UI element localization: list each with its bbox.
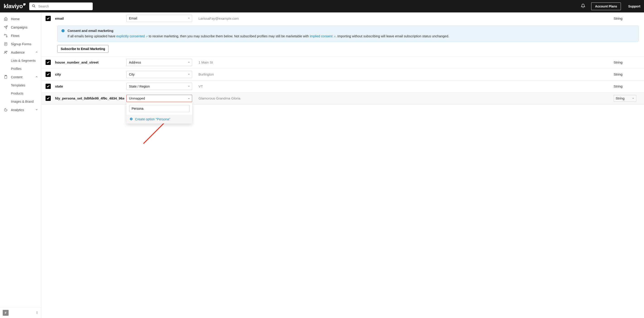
sidebar-item-templates[interactable]: Templates xyxy=(0,81,41,89)
select-value: String xyxy=(616,96,624,100)
field-mapping-select[interactable]: City xyxy=(126,71,192,78)
chevron-up-icon xyxy=(35,75,38,79)
row-checkbox[interactable] xyxy=(46,72,51,77)
search-input[interactable] xyxy=(29,2,93,10)
sidebar-item-audience[interactable]: Audience xyxy=(0,48,41,57)
column-header-name: fdy_persona_set_0d9fde99_4f9c_4834_96af_… xyxy=(55,96,124,100)
field-mapping-select[interactable]: Unmapped xyxy=(126,95,192,102)
info-box: Consent and email marketing If all email… xyxy=(57,25,638,42)
sidebar-item-images-brand[interactable]: Images & Brand xyxy=(0,98,41,106)
sidebar-item-signup-forms[interactable]: Signup Forms xyxy=(0,40,41,48)
form-icon xyxy=(4,42,8,46)
logo-text: klaviyo xyxy=(4,3,23,10)
svg-point-2 xyxy=(4,34,5,35)
svg-point-3 xyxy=(6,36,7,37)
pie-icon xyxy=(4,108,8,112)
sidebar-item-label: Home xyxy=(11,17,38,21)
sidebar-item-lists-segments[interactable]: Lists & Segments xyxy=(0,57,41,65)
svg-marker-17 xyxy=(188,74,190,75)
field-mapping-select[interactable]: State / Region xyxy=(126,83,192,90)
svg-marker-12 xyxy=(188,18,190,19)
data-type: String xyxy=(614,16,638,20)
info-text: If all emails being uploaded have xyxy=(68,34,116,38)
sample-value: Burlington xyxy=(194,72,611,76)
svg-rect-14 xyxy=(63,30,63,32)
mapping-row: email Email LarissaFay@example.com Strin… xyxy=(42,12,644,24)
svg-marker-16 xyxy=(188,62,190,63)
external-link-icon: ↗ xyxy=(334,35,336,38)
clipboard-icon xyxy=(4,75,8,79)
sidebar-item-label: Audience xyxy=(11,51,32,54)
sidebar-item-label: Analytics xyxy=(11,108,32,112)
sidebar-item-campaigns[interactable]: Campaigns xyxy=(0,23,41,31)
chevron-down-icon xyxy=(188,61,190,64)
column-header-name: state xyxy=(55,84,124,88)
sidebar-item-profiles[interactable]: Profiles xyxy=(0,65,41,73)
select-value: City xyxy=(129,73,134,76)
mapping-row: city City Burlington String xyxy=(42,69,644,81)
create-option-label: Create option "Persona" xyxy=(135,117,170,121)
sidebar-item-label: Flows xyxy=(11,34,38,37)
implied-consent-link[interactable]: implied consent ↗ xyxy=(310,34,336,38)
explicitly-consented-link[interactable]: explicitly consented ↗ xyxy=(116,34,148,38)
svg-marker-18 xyxy=(188,86,190,87)
consent-section: Consent and email marketing If all email… xyxy=(42,24,644,57)
sidebar-item-label: Campaigns xyxy=(11,25,38,29)
search-wrap xyxy=(29,2,93,10)
info-title: Consent and email marketing xyxy=(68,28,449,33)
sample-value: VT xyxy=(194,84,611,88)
column-header-name: email xyxy=(55,16,124,20)
sidebar-item-content[interactable]: Content xyxy=(0,73,41,81)
chevron-down-icon xyxy=(188,85,190,88)
chevron-down-icon xyxy=(632,96,634,100)
plus-circle-icon xyxy=(130,117,133,121)
mapping-row: state State / Region VT String xyxy=(42,81,644,93)
svg-marker-23 xyxy=(632,98,634,99)
select-value: Address xyxy=(129,61,141,64)
chevron-down-icon xyxy=(188,73,190,76)
sidebar-item-products[interactable]: Products xyxy=(0,89,41,98)
account-plans-button[interactable]: Account Plans xyxy=(591,2,621,10)
sidebar-item-home[interactable]: Home xyxy=(0,15,41,23)
chevron-down-icon xyxy=(35,108,38,112)
sidebar-account-switcher[interactable]: F xyxy=(0,307,41,318)
mapping-row: fdy_persona_set_0d9fde99_4f9c_4834_96af_… xyxy=(42,93,644,105)
dropdown-panel: Create option "Persona" xyxy=(126,102,192,124)
row-checkbox[interactable] xyxy=(46,84,51,89)
column-header-name: house_number_and_street xyxy=(55,60,124,64)
sample-value: LarissaFay@example.com xyxy=(194,16,611,20)
svg-marker-19 xyxy=(188,98,190,99)
select-value: State / Region xyxy=(129,85,150,88)
avatar: F xyxy=(3,310,8,316)
field-mapping-select[interactable]: Address xyxy=(126,59,192,66)
data-type: String xyxy=(614,60,638,64)
sort-icon xyxy=(35,311,38,315)
support-link[interactable]: Support xyxy=(624,3,640,10)
info-icon xyxy=(61,29,65,39)
field-mapping-select[interactable]: Email xyxy=(126,15,192,22)
data-type: String xyxy=(614,84,638,88)
data-type-select[interactable]: String xyxy=(614,95,636,102)
search-icon xyxy=(32,4,36,8)
notifications-icon[interactable] xyxy=(578,2,588,10)
sidebar-item-analytics[interactable]: Analytics xyxy=(0,106,41,114)
send-icon xyxy=(4,25,8,29)
row-checkbox[interactable] xyxy=(46,96,51,101)
sidebar-item-flows[interactable]: Flows xyxy=(0,31,41,40)
chevron-up-icon xyxy=(35,51,38,54)
create-option-item[interactable]: Create option "Persona" xyxy=(126,115,192,124)
chevron-up-icon xyxy=(188,97,190,100)
svg-point-15 xyxy=(63,30,63,30)
sample-value: Glamorous Grandma Gloria xyxy=(194,96,611,100)
column-header-name: city xyxy=(55,72,124,76)
dropdown-search-input[interactable] xyxy=(129,105,190,112)
row-checkbox[interactable] xyxy=(46,60,51,65)
row-checkbox[interactable] xyxy=(46,16,51,21)
subscribe-email-marketing-button[interactable]: Subscribe to Email Marketing xyxy=(57,45,108,53)
external-link-icon: ↗ xyxy=(146,35,148,38)
mapping-row: house_number_and_street Address 1 Main S… xyxy=(42,57,644,69)
main-content: email Email LarissaFay@example.com Strin… xyxy=(42,12,644,318)
logo: klaviyo xyxy=(4,3,26,10)
info-text: to receive marketing, then you may subsc… xyxy=(148,34,310,38)
sidebar-item-label: Content xyxy=(11,75,32,79)
